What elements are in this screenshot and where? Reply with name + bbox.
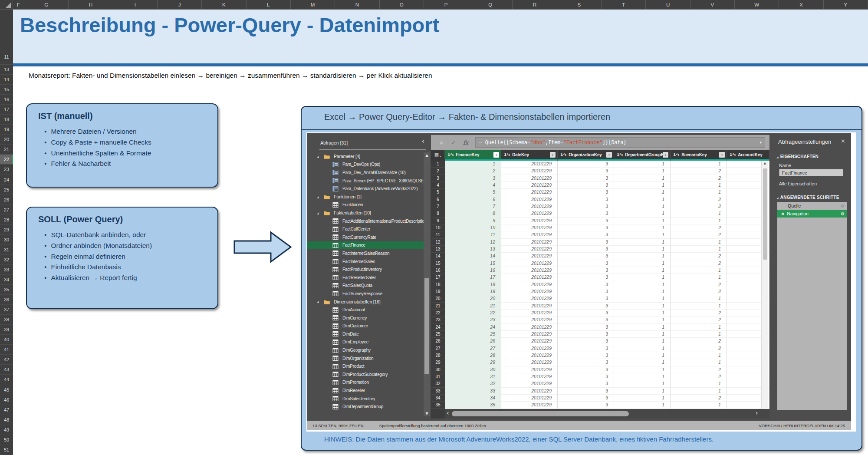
cell-scenariokey[interactable]: 1: [671, 267, 727, 274]
cell-organizationkey[interactable]: 3: [558, 345, 614, 352]
row-header-11[interactable]: 11: [0, 52, 13, 62]
cell-scenariokey[interactable]: 2: [671, 373, 727, 380]
column-header-F[interactable]: F: [13, 0, 24, 9]
cell-datekey[interactable]: 20101229: [501, 380, 558, 387]
column-header-K[interactable]: K: [202, 0, 246, 9]
cell-datekey[interactable]: 20101229: [501, 402, 558, 409]
filter-dropdown-icon[interactable]: ▾: [606, 152, 612, 158]
tree-item-factfinance[interactable]: FactFinance: [307, 241, 424, 250]
cell-organizationkey[interactable]: 3: [558, 402, 614, 409]
row-number[interactable]: 29: [431, 359, 445, 366]
column-header-organizationkey[interactable]: 1²₃OrganizationKey▾: [558, 150, 614, 159]
column-header-T[interactable]: T: [602, 0, 646, 9]
cell-financekey[interactable]: 4: [445, 182, 501, 189]
gear-icon[interactable]: ⚙: [841, 211, 845, 216]
cell-organizationkey[interactable]: 3: [558, 231, 614, 238]
row-number[interactable]: 12: [431, 239, 445, 246]
cell-organizationkey[interactable]: 3: [558, 203, 614, 210]
filter-dropdown-icon[interactable]: ▾: [493, 152, 499, 158]
row-number[interactable]: 14: [431, 253, 445, 260]
row-header-35[interactable]: 35: [0, 285, 13, 295]
row-number[interactable]: 2: [431, 168, 445, 175]
cell-datekey[interactable]: 20101229: [501, 345, 558, 352]
row-number[interactable]: 19: [431, 288, 445, 295]
fx-icon[interactable]: fx: [460, 139, 472, 146]
cell-datekey[interactable]: 20101229: [501, 231, 558, 238]
tree-item-factcallcenter[interactable]: FactCallCenter: [307, 225, 424, 233]
tree-folder-funktionen-1-[interactable]: ◢Funktionen [1]: [307, 193, 424, 201]
row-header-42[interactable]: 42: [0, 355, 13, 365]
row-header-15[interactable]: 15: [0, 85, 13, 95]
cell-financekey[interactable]: 1: [445, 161, 501, 168]
scroll-up-icon[interactable]: ▲: [424, 153, 430, 157]
row-number[interactable]: 31: [431, 373, 445, 380]
tree-item-factsalesquota[interactable]: FactSalesQuota: [307, 282, 424, 290]
row-header-48[interactable]: 48: [0, 415, 13, 425]
row-number[interactable]: 30: [431, 366, 445, 373]
column-header-L[interactable]: L: [247, 0, 291, 9]
tree-item-para-devops-ops-[interactable]: Para_DevOps (Ops): [307, 161, 424, 169]
cell-financekey[interactable]: 31: [445, 373, 501, 380]
cell-scenariokey[interactable]: 2: [671, 395, 727, 402]
cell-scenariokey[interactable]: 2: [671, 196, 727, 203]
tree-item-dimdate[interactable]: DimDate: [307, 330, 424, 338]
cell-financekey[interactable]: 23: [445, 317, 501, 323]
cell-financekey[interactable]: 20: [445, 295, 501, 302]
cell-scenariokey[interactable]: 1: [671, 189, 727, 196]
cell-datekey[interactable]: 20101229: [501, 288, 558, 295]
step-quelle[interactable]: Quelle⚙: [777, 202, 847, 210]
row-number[interactable]: 9: [431, 218, 445, 224]
column-header-W[interactable]: W: [735, 0, 779, 9]
tree-item-funktionen[interactable]: Funktionen: [307, 201, 424, 209]
cell-organizationkey[interactable]: 3: [558, 352, 614, 359]
cell-departmentgroupkey[interactable]: 1: [614, 203, 671, 210]
column-header-X[interactable]: X: [779, 0, 823, 9]
column-header-O[interactable]: O: [380, 0, 424, 9]
cell-organizationkey[interactable]: 3: [558, 175, 614, 182]
filter-dropdown-icon[interactable]: ▾: [719, 152, 725, 158]
cell-organizationkey[interactable]: 3: [558, 168, 614, 175]
cell-organizationkey[interactable]: 3: [558, 182, 614, 189]
tree-item-para-dev-anzahldatens-tze-10-[interactable]: Para_Dev_AnzahlDatensätze (10): [307, 168, 424, 177]
row-header-17[interactable]: 17: [0, 105, 13, 115]
scroll-left-icon[interactable]: ‹: [447, 409, 449, 416]
cell-scenariokey[interactable]: 1: [671, 331, 727, 338]
all-properties-link[interactable]: Alle Eigenschaften: [779, 181, 817, 186]
row-header-13[interactable]: 13: [0, 65, 13, 75]
cell-departmentgroupkey[interactable]: 1: [614, 402, 671, 409]
cell-organizationkey[interactable]: 3: [558, 196, 614, 203]
cell-scenariokey[interactable]: 1: [671, 359, 727, 366]
cell-scenariokey[interactable]: 1: [671, 324, 727, 331]
cell-financekey[interactable]: 21: [445, 303, 501, 310]
cell-datekey[interactable]: 20101229: [501, 267, 558, 274]
cell-departmentgroupkey[interactable]: 1: [614, 281, 671, 288]
cell-departmentgroupkey[interactable]: 1: [614, 175, 671, 182]
cell-departmentgroupkey[interactable]: 1: [614, 388, 671, 395]
cell-datekey[interactable]: 20101229: [501, 395, 558, 402]
column-header-financekey[interactable]: 1²₃FinanceKey▾: [445, 150, 501, 159]
cell-datekey[interactable]: 20101229: [501, 253, 558, 260]
tree-item-factsurveyresponse[interactable]: FactSurveyResponse: [307, 290, 424, 298]
column-header-U[interactable]: U: [646, 0, 690, 9]
cell-scenariokey[interactable]: 2: [671, 366, 727, 373]
preview-horizontal-scrollbar[interactable]: ‹ ›: [431, 409, 769, 419]
cell-scenariokey[interactable]: 1: [671, 161, 727, 168]
cell-datekey[interactable]: 20101229: [501, 224, 558, 231]
cell-financekey[interactable]: 29: [445, 359, 501, 366]
cell-financekey[interactable]: 2: [445, 168, 501, 175]
tree-item-factinternetsales[interactable]: FactInternetSales: [307, 257, 424, 266]
cell-departmentgroupkey[interactable]: 1: [614, 274, 671, 281]
tree-folder-parameter-4-[interactable]: ◢Parameter [4]: [307, 152, 424, 161]
cell-financekey[interactable]: 19: [445, 288, 501, 295]
applied-steps-section-header[interactable]: ◢ANGEWENDETE SCHRITTE: [776, 195, 839, 200]
column-header-scenariokey[interactable]: 1²₃ScenarioKey▾: [671, 150, 727, 159]
tree-item-dimdepartmentgroup[interactable]: DimDepartmentGroup: [307, 402, 424, 411]
cell-organizationkey[interactable]: 3: [558, 161, 614, 168]
cell-financekey[interactable]: 25: [445, 331, 501, 338]
cell-scenariokey[interactable]: 2: [671, 288, 727, 295]
cell-financekey[interactable]: 24: [445, 324, 501, 331]
cell-datekey[interactable]: 20101229: [501, 196, 558, 203]
column-header-accountkey[interactable]: 1²₃AccountKey: [727, 150, 769, 159]
cell-departmentgroupkey[interactable]: 1: [614, 260, 671, 267]
cell-financekey[interactable]: 30: [445, 366, 501, 373]
